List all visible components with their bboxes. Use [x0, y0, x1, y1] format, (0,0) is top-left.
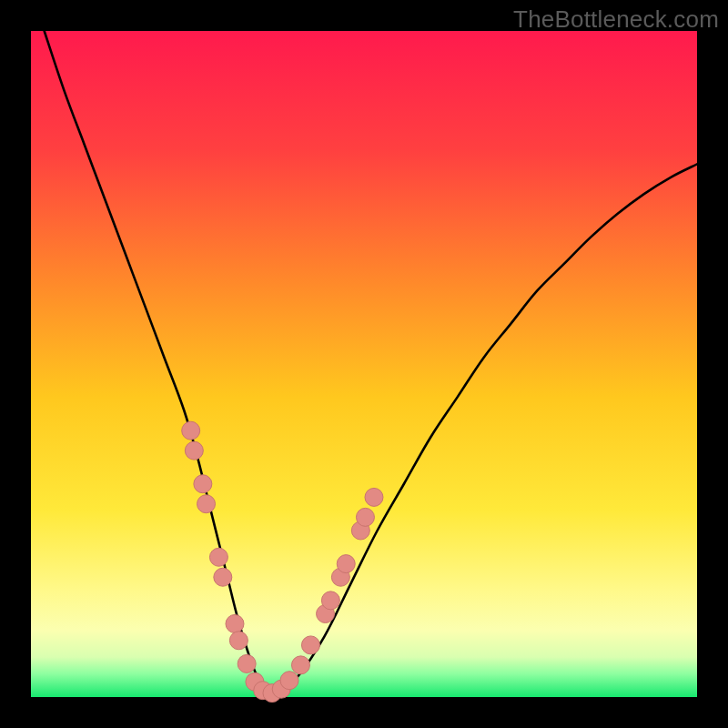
- marker-dot: [280, 672, 298, 690]
- marker-dot: [356, 508, 374, 526]
- marker-dot: [226, 614, 244, 632]
- marker-dot: [182, 421, 200, 440]
- watermark-text: TheBottleneck.com: [513, 5, 719, 34]
- marker-dot: [238, 654, 256, 672]
- chart-svg: [31, 31, 697, 697]
- curve-path: [45, 31, 697, 694]
- marker-dot: [194, 475, 212, 493]
- plot-area: [31, 31, 697, 697]
- marker-dot: [197, 495, 216, 513]
- chart-frame: TheBottleneck.com: [0, 0, 728, 728]
- marker-dot: [185, 441, 203, 460]
- marker-dot: [229, 632, 248, 650]
- marker-dot: [365, 488, 383, 506]
- marker-dot: [337, 555, 355, 573]
- marker-dot: [301, 636, 319, 654]
- marker-dot: [291, 656, 309, 674]
- marker-group-dots: [182, 421, 383, 702]
- marker-dot: [209, 548, 228, 566]
- marker-dot: [321, 592, 339, 610]
- marker-dot: [214, 568, 232, 586]
